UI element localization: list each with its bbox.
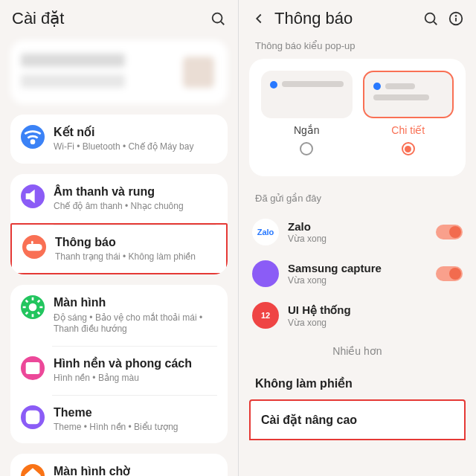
app-title: Samsung capture xyxy=(288,262,436,274)
row-subtitle: Wi-Fi • Bluetooth • Chế độ Máy bay xyxy=(54,141,217,153)
app-title: UI Hệ thống xyxy=(288,303,463,317)
app-subtitle: Vừa xong xyxy=(288,318,463,328)
dnd-section-title[interactable]: Không làm phiền xyxy=(239,369,476,399)
svg-line-12 xyxy=(26,312,28,315)
palette-icon xyxy=(21,405,45,429)
popup-option-label: Ngắn xyxy=(261,124,353,136)
row-title: Màn hình xyxy=(54,295,217,309)
app-icon: 12 xyxy=(252,302,279,329)
sun-icon xyxy=(21,295,45,319)
more-apps-button[interactable]: Nhiều hơn xyxy=(239,336,476,369)
settings-group: Màn hình chờBố cục • Huy hiệu biểu tượng… xyxy=(10,454,228,476)
row-subtitle: Độ sáng • Bảo vệ cho mắt thoải mái • Tha… xyxy=(54,312,217,335)
notifications-pane: Thông báo Thông báo kiểu pop-up NgắnChi … xyxy=(238,0,476,476)
settings-group: Kết nốiWi-Fi • Bluetooth • Chế độ Máy ba… xyxy=(10,115,228,164)
notifications-header: Thông báo xyxy=(239,0,476,34)
row-title: Thông báo xyxy=(55,235,216,249)
search-icon[interactable] xyxy=(422,10,439,27)
app-title: Zalo xyxy=(288,220,436,233)
svg-point-20 xyxy=(456,16,457,16)
settings-title: Cài đặt xyxy=(12,9,201,28)
row-subtitle: Thanh trạng thái • Không làm phiền xyxy=(55,251,216,263)
settings-row-sound[interactable]: Âm thanh và rungChế độ âm thanh • Nhạc c… xyxy=(10,174,228,223)
svg-line-13 xyxy=(38,300,40,303)
settings-pane: Cài đặt Kết nốiWi-Fi • Bluetooth • Chế đ… xyxy=(0,0,238,476)
row-title: Âm thanh và rung xyxy=(54,184,217,199)
svg-line-11 xyxy=(38,312,40,315)
wifi-icon xyxy=(21,125,45,149)
popup-option-brief[interactable]: Ngắn xyxy=(261,71,353,155)
svg-rect-15 xyxy=(26,410,40,424)
app-row-zalo[interactable]: ZaloZaloVừa xong xyxy=(239,211,476,253)
settings-row-wallpaper[interactable]: Hình nền và phong cáchHình nền • Bảng mà… xyxy=(10,346,228,395)
svg-rect-14 xyxy=(26,362,40,374)
toggle-switch[interactable] xyxy=(436,266,463,281)
svg-rect-4 xyxy=(31,241,33,244)
settings-row-display[interactable]: Màn hìnhĐộ sáng • Bảo vệ cho mắt thoải m… xyxy=(10,285,228,345)
app-row-systemui[interactable]: 12UI Hệ thốngVừa xong xyxy=(239,295,476,336)
settings-header: Cài đặt xyxy=(0,0,238,34)
settings-row-notifications[interactable]: Thông báoThanh trạng thái • Không làm ph… xyxy=(10,223,228,275)
account-card-blurred[interactable] xyxy=(10,40,228,104)
app-icon xyxy=(252,260,279,287)
row-title: Kết nối xyxy=(54,125,217,139)
svg-point-0 xyxy=(213,13,222,23)
svg-line-17 xyxy=(434,22,437,25)
app-subtitle: Vừa xong xyxy=(288,234,436,244)
notifications-title: Thông báo xyxy=(274,9,414,28)
row-subtitle: Theme • Hình nền • Biểu tượng xyxy=(54,422,217,434)
radio-icon[interactable] xyxy=(402,142,415,155)
svg-point-16 xyxy=(425,13,435,23)
popup-option-label: Chi tiết xyxy=(363,124,454,136)
radio-icon[interactable] xyxy=(300,142,313,155)
svg-rect-3 xyxy=(26,244,42,251)
back-icon[interactable] xyxy=(251,10,267,27)
svg-line-10 xyxy=(26,300,28,303)
row-subtitle: Hình nền • Bảng màu xyxy=(54,373,217,385)
popup-option-detailed[interactable]: Chi tiết xyxy=(363,71,454,155)
bell-icon xyxy=(22,235,46,259)
home-icon xyxy=(21,464,45,476)
settings-group: Âm thanh và rungChế độ âm thanh • Nhạc c… xyxy=(10,174,228,275)
speaker-icon xyxy=(21,184,45,208)
svg-line-1 xyxy=(221,22,224,25)
settings-row-theme[interactable]: ThemeTheme • Hình nền • Biểu tượng xyxy=(10,395,228,444)
popup-style-card: NgắnChi tiết xyxy=(249,59,466,176)
app-row-samsungcapture[interactable]: Samsung captureVừa xong xyxy=(239,253,476,295)
settings-group: Màn hìnhĐộ sáng • Bảo vệ cho mắt thoải m… xyxy=(10,285,228,443)
row-title: Theme xyxy=(54,405,217,419)
recent-sent-label: Đã gửi gần đây xyxy=(239,187,476,211)
row-subtitle: Chế độ âm thanh • Nhạc chuông xyxy=(54,201,217,213)
svg-point-5 xyxy=(29,303,37,312)
settings-row-connections[interactable]: Kết nốiWi-Fi • Bluetooth • Chế độ Máy ba… xyxy=(10,115,228,164)
app-subtitle: Vừa xong xyxy=(288,275,436,286)
image-icon xyxy=(21,356,45,380)
app-icon: Zalo xyxy=(252,219,279,245)
toggle-switch[interactable] xyxy=(436,225,463,239)
search-icon[interactable] xyxy=(210,10,226,27)
row-title: Hình nền và phong cách xyxy=(54,356,217,370)
row-title: Màn hình chờ xyxy=(54,464,217,476)
advanced-settings-row[interactable]: Cài đặt nâng cao xyxy=(249,399,466,440)
info-icon[interactable] xyxy=(448,10,464,27)
settings-row-homescreen[interactable]: Màn hình chờBố cục • Huy hiệu biểu tượng… xyxy=(10,454,228,476)
svg-point-2 xyxy=(31,141,34,144)
popup-style-label: Thông báo kiểu pop-up xyxy=(239,34,476,59)
